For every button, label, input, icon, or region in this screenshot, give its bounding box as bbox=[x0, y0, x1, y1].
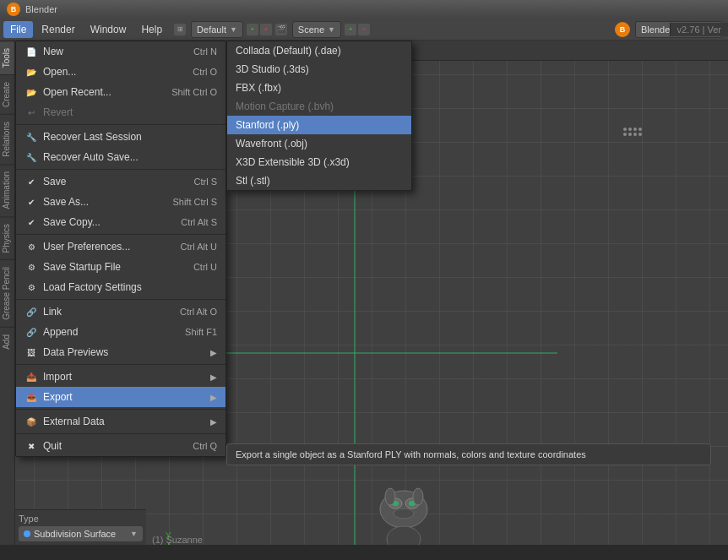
export-fbx-label: FBX (.fbx) bbox=[236, 82, 403, 94]
menu-item-new[interactable]: 📄 New Ctrl N bbox=[16, 41, 225, 62]
menu-item-link[interactable]: 🔗 Link Ctrl Alt O bbox=[16, 302, 225, 322]
menu-window[interactable]: Window bbox=[84, 21, 133, 38]
menu-item-save-startup-label: Save Startup File bbox=[43, 261, 188, 273]
separator-1 bbox=[16, 124, 225, 125]
menu-bar: File Render Window Help ⊞ Default ▼ + × … bbox=[0, 19, 728, 41]
export-3ds[interactable]: 3D Studio (.3ds) bbox=[227, 60, 411, 79]
link-icon: 🔗 bbox=[24, 305, 38, 318]
menu-item-quit[interactable]: ✖ Quit Ctrl Q bbox=[16, 436, 225, 456]
external-data-arrow: ▶ bbox=[210, 417, 217, 427]
menu-file[interactable]: File bbox=[3, 21, 33, 38]
menu-item-data-previews-label: Data Previews bbox=[43, 346, 205, 358]
scene-icon[interactable]: 🎬 bbox=[275, 24, 287, 35]
sidebar-tab-add[interactable]: Add bbox=[0, 327, 14, 356]
menu-item-quit-label: Quit bbox=[43, 440, 187, 452]
menu-item-open-recent[interactable]: 📂 Open Recent... Shift Ctrl O bbox=[16, 82, 225, 102]
separator-3 bbox=[16, 234, 225, 235]
data-previews-icon: 🖼 bbox=[24, 345, 38, 359]
save-shortcut: Ctrl S bbox=[194, 177, 218, 187]
layout-dropdown[interactable]: Default ▼ bbox=[191, 21, 243, 38]
menu-item-open-recent-label: Open Recent... bbox=[43, 86, 166, 98]
export-fbx[interactable]: FBX (.fbx) bbox=[227, 79, 411, 97]
menu-help[interactable]: Help bbox=[134, 21, 169, 38]
menu-item-export-label: Export bbox=[43, 391, 205, 403]
delete-screen-btn[interactable]: × bbox=[260, 24, 272, 35]
menu-item-link-label: Link bbox=[43, 306, 175, 318]
menu-item-open[interactable]: 📂 Open... Ctrl O bbox=[16, 62, 225, 82]
menu-item-user-prefs[interactable]: ⚙ User Preferences... Ctrl Alt U bbox=[16, 237, 225, 257]
scene-dropdown-arrow: ▼ bbox=[328, 25, 335, 34]
delete-scene-btn[interactable]: × bbox=[358, 24, 370, 35]
sidebar-tab-relations[interactable]: Relations bbox=[0, 114, 14, 164]
menu-item-external-data[interactable]: 📦 External Data ▶ bbox=[16, 411, 225, 432]
revert-icon: ↩ bbox=[24, 106, 38, 119]
menu-item-append-label: Append bbox=[43, 326, 180, 338]
sidebar-tab-grease-pencil[interactable]: Grease Pencil bbox=[0, 259, 14, 327]
menu-item-append[interactable]: 🔗 Append Shift F1 bbox=[16, 322, 225, 342]
title-text: Blender bbox=[25, 4, 57, 14]
menu-item-recover-last-label: Recover Last Session bbox=[43, 131, 217, 143]
export-stanford[interactable]: Stanford (.ply) bbox=[227, 116, 411, 134]
separator-7 bbox=[16, 433, 225, 434]
menu-item-load-factory[interactable]: ⚙ Load Factory Settings bbox=[16, 277, 225, 297]
add-scene-btn[interactable]: + bbox=[345, 24, 356, 35]
type-dot bbox=[24, 530, 30, 537]
export-3ds-label: 3D Studio (.3ds) bbox=[236, 63, 403, 75]
save-startup-icon: ⚙ bbox=[24, 260, 38, 274]
scene-dropdown[interactable]: Scene ▼ bbox=[292, 21, 341, 38]
title-bar: B Blender bbox=[0, 0, 728, 19]
export-wavefront[interactable]: Wavefront (.obj) bbox=[227, 134, 411, 153]
user-prefs-shortcut: Ctrl Alt U bbox=[181, 242, 217, 252]
menu-item-import[interactable]: 📥 Import ▶ bbox=[16, 367, 225, 387]
view-icon[interactable]: ⊞ bbox=[174, 24, 186, 35]
external-data-icon: 📦 bbox=[24, 415, 38, 428]
export-x3d[interactable]: X3D Extensible 3D (.x3d) bbox=[227, 153, 411, 171]
menu-item-export[interactable]: 📤 Export ▶ bbox=[16, 387, 225, 407]
layout-dropdown-arrow: ▼ bbox=[230, 25, 237, 34]
save-icon: ✔ bbox=[24, 175, 38, 188]
open-icon: 📂 bbox=[24, 65, 38, 79]
menu-item-revert-label: Revert bbox=[43, 106, 217, 118]
export-motion[interactable]: Motion Capture (.bvh) bbox=[227, 97, 411, 116]
menu-item-data-previews[interactable]: 🖼 Data Previews ▶ bbox=[16, 342, 225, 362]
export-stl[interactable]: Stl (.stl) bbox=[227, 171, 411, 190]
left-sidebar: Tools Create Relations Animation Physics… bbox=[0, 41, 15, 560]
menu-item-recover-auto[interactable]: 🔧 Recover Auto Save... bbox=[16, 147, 225, 167]
append-icon: 🔗 bbox=[24, 325, 38, 339]
load-factory-icon: ⚙ bbox=[24, 280, 38, 294]
link-shortcut: Ctrl Alt O bbox=[180, 307, 217, 317]
menu-item-revert[interactable]: ↩ Revert bbox=[16, 102, 225, 122]
menu-item-save-copy-label: Save Copy... bbox=[43, 216, 176, 228]
sidebar-tab-create[interactable]: Create bbox=[0, 74, 14, 114]
export-x3d-label: X3D Extensible 3D (.x3d) bbox=[236, 156, 403, 168]
menu-item-recover-last[interactable]: 🔧 Recover Last Session bbox=[16, 127, 225, 147]
menu-item-save-copy[interactable]: ✔ Save Copy... Ctrl Alt S bbox=[16, 212, 225, 232]
menu-item-save-as[interactable]: ✔ Save As... Shift Ctrl S bbox=[16, 192, 225, 212]
separator-2 bbox=[16, 169, 225, 170]
version-badge: v2.76 | Ver bbox=[670, 23, 728, 36]
menu-bar-right: B Blender Render ▼ v2.76 | Ver bbox=[615, 21, 725, 38]
sidebar-tab-tools[interactable]: Tools bbox=[0, 41, 14, 74]
tooltip-text: Export a single object as a Stanford PLY… bbox=[236, 449, 586, 459]
menu-item-save-startup[interactable]: ⚙ Save Startup File Ctrl U bbox=[16, 257, 225, 277]
export-collada[interactable]: Collada (Default) (.dae) bbox=[227, 41, 411, 60]
export-wavefront-label: Wavefront (.obj) bbox=[236, 138, 403, 150]
type-dropdown[interactable]: Subdivision Surface ▼ bbox=[19, 526, 143, 541]
sidebar-tab-physics[interactable]: Physics bbox=[0, 216, 14, 259]
export-motion-label: Motion Capture (.bvh) bbox=[236, 101, 403, 112]
save-as-shortcut: Shift Ctrl S bbox=[172, 197, 217, 207]
save-startup-shortcut: Ctrl U bbox=[193, 262, 217, 272]
new-icon: 📄 bbox=[24, 45, 38, 58]
append-shortcut: Shift F1 bbox=[185, 327, 217, 337]
menu-item-save[interactable]: ✔ Save Ctrl S bbox=[16, 171, 225, 192]
type-label: Type bbox=[19, 514, 143, 524]
menu-render[interactable]: Render bbox=[35, 21, 81, 38]
open-shortcut: Ctrl O bbox=[193, 67, 217, 77]
sidebar-tab-animation[interactable]: Animation bbox=[0, 164, 14, 215]
menu-item-save-label: Save bbox=[43, 176, 189, 188]
viewport-bottom-label: (1) Suzanne bbox=[152, 535, 203, 545]
export-arrow: ▶ bbox=[210, 393, 217, 402]
open-recent-icon: 📂 bbox=[24, 85, 38, 99]
add-screen-btn[interactable]: + bbox=[247, 24, 258, 35]
menu-item-new-label: New bbox=[43, 46, 188, 57]
